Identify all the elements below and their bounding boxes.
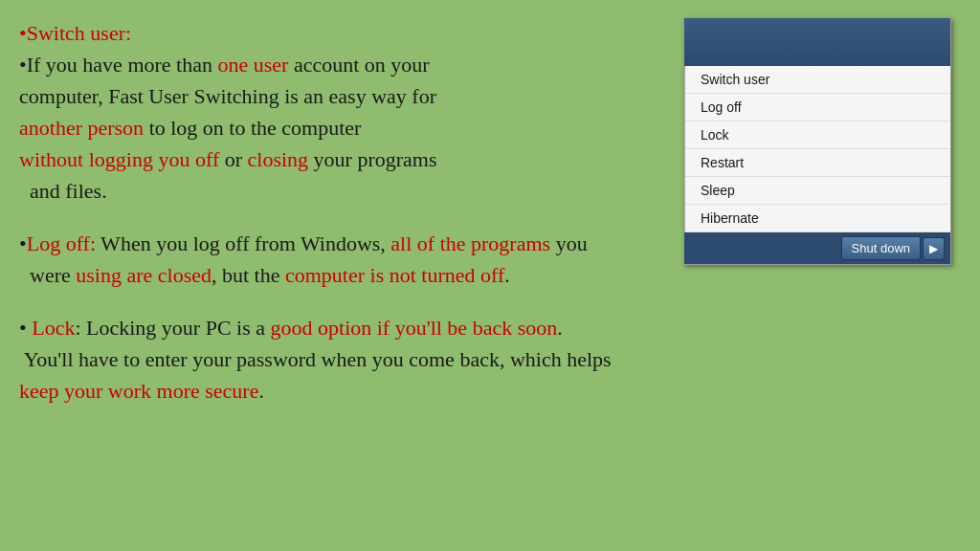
menu-item-hibernate-label: Hibernate xyxy=(701,210,759,226)
log-off-line2: were using are closed, but the computer … xyxy=(19,263,510,287)
switch-user-line3: another person to log on to the computer xyxy=(19,116,361,140)
all-programs-text: all of the programs xyxy=(390,231,550,255)
without-logging-text: without logging you off xyxy=(19,147,219,171)
switch-user-line4: without logging you off or closing your … xyxy=(19,147,437,171)
switch-user-section: •Switch user: •If you have more than one… xyxy=(19,17,664,207)
windows-menu-image: Switch user Log off Lock Restart Sleep H… xyxy=(683,17,961,412)
switch-user-line2: computer, Fast User Switching is an easy… xyxy=(19,84,436,108)
win-menu-container: Switch user Log off Lock Restart Sleep H… xyxy=(683,17,951,265)
lock-label: Lock xyxy=(27,316,76,340)
win-menu-top xyxy=(684,18,950,66)
switch-user-line1: •If you have more than one user account … xyxy=(19,53,430,77)
not-turned-off-text: computer is not turned off xyxy=(285,263,504,287)
log-off-label: Log off: xyxy=(27,231,96,255)
menu-item-sleep-label: Sleep xyxy=(701,183,735,198)
lock-line3: keep your work more secure. xyxy=(19,379,264,403)
keep-secure-text: keep your work more secure xyxy=(19,379,258,403)
menu-item-hibernate[interactable]: Hibernate xyxy=(685,205,950,232)
menu-item-switch-user-label: Switch user xyxy=(701,72,769,87)
lock-line2: You'll have to enter your password when … xyxy=(19,347,612,371)
switch-user-line5: and files. xyxy=(19,179,107,203)
closing-text: closing xyxy=(248,147,309,171)
menu-item-log-off[interactable]: Log off xyxy=(685,94,950,121)
shutdown-button[interactable]: Shut down xyxy=(841,236,921,260)
switch-user-bullet: •Switch user: xyxy=(19,21,131,45)
menu-item-lock-label: Lock xyxy=(701,127,729,143)
one-user-text: one user xyxy=(217,53,288,77)
another-person-text: another person xyxy=(19,116,144,140)
menu-item-switch-user[interactable]: Switch user xyxy=(685,66,950,94)
menu-item-restart-label: Restart xyxy=(701,155,744,170)
menu-item-sleep[interactable]: Sleep xyxy=(685,177,950,205)
good-option-text: good option if you'll be back soon xyxy=(271,316,558,340)
log-off-line1: •Log off: When you log off from Windows,… xyxy=(19,231,588,255)
log-off-section: •Log off: When you log off from Windows,… xyxy=(19,228,664,291)
menu-item-log-off-label: Log off xyxy=(701,99,742,115)
main-content: •Switch user: •If you have more than one… xyxy=(19,17,961,412)
lock-section: • Lock: Locking your PC is a good option… xyxy=(19,312,664,407)
shutdown-arrow-button[interactable]: ▶ xyxy=(923,237,945,260)
win-menu-bottom: Shut down ▶ xyxy=(684,232,950,264)
menu-item-restart[interactable]: Restart xyxy=(685,149,950,177)
lock-line1: • Lock: Locking your PC is a good option… xyxy=(19,316,563,340)
menu-item-lock[interactable]: Lock xyxy=(685,121,950,149)
using-closed-text: using are closed xyxy=(76,263,212,287)
text-section: •Switch user: •If you have more than one… xyxy=(19,17,664,412)
win-menu-items: Switch user Log off Lock Restart Sleep H… xyxy=(684,66,950,232)
switch-user-label: •Switch user: xyxy=(19,21,131,45)
